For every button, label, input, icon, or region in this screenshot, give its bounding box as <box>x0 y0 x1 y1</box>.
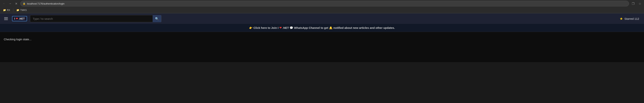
address-bar[interactable]: 🔒 localhost:7176/authentication/login <box>20 1 629 7</box>
close-icon: ✕ <box>15 2 18 6</box>
bookmark-item-rx[interactable]: 📁 RX <box>2 8 12 12</box>
notification-pointer-icon: 👉 <box>249 26 253 29</box>
starred-label: Starred 112 <box>624 17 639 20</box>
hamburger-line-3 <box>4 20 8 20</box>
bookmark-item-twks[interactable]: 📁 TWKS <box>15 8 28 12</box>
app-header: I ❤ .NET 🔍 ★ Starred 112 <box>0 13 644 24</box>
search-button[interactable]: 🔍 <box>152 15 161 22</box>
main-content: Checking login state... <box>0 32 644 62</box>
notification-brand: .NET <box>282 26 289 29</box>
back-icon: ← <box>3 2 6 5</box>
browser-actions: ❐ ☆ <box>630 1 642 6</box>
forward-icon: → <box>9 2 12 5</box>
logo-heart-icon: ❤ <box>16 17 18 20</box>
restore-icon: ❐ <box>632 2 634 6</box>
search-container: 🔍 <box>30 15 162 22</box>
bookmark-label-rx: RX <box>7 9 10 12</box>
starred-button[interactable]: ★ Starred 112 <box>618 15 641 22</box>
notification-text-before: Click here to Join I <box>254 26 278 29</box>
restore-button[interactable]: ❐ <box>630 1 636 6</box>
status-text: Checking login state... <box>4 38 640 41</box>
search-icon: 🔍 <box>155 17 159 21</box>
address-bar-area: 🔒 localhost:7176/authentication/login <box>20 1 629 7</box>
logo-suffix: .NET <box>19 17 25 20</box>
logo-badge[interactable]: I ❤ .NET <box>12 16 27 21</box>
folder-icon-2: 📁 <box>16 9 19 12</box>
logo-prefix: I <box>14 17 15 20</box>
tab-bar: ← → ✕ 🔒 localhost:7176/authentication/lo… <box>0 0 644 7</box>
star-page-button[interactable]: ☆ <box>637 1 642 6</box>
back-button[interactable]: ← <box>2 1 7 6</box>
notification-channel: WhatsApp Channel to get <box>294 26 328 29</box>
folder-icon: 📁 <box>3 9 6 12</box>
bookmarks-bar: 📁 RX 📁 TWKS <box>0 7 644 13</box>
notification-heart: ❤ <box>279 26 282 29</box>
notification-banner[interactable]: 👉 Click here to Join I ❤ .NET 💬 WhatsApp… <box>0 24 644 32</box>
hamburger-line-2 <box>4 19 8 19</box>
nav-buttons: ← → ✕ <box>2 1 19 6</box>
forward-button[interactable]: → <box>8 1 13 6</box>
star-page-icon: ☆ <box>638 2 641 6</box>
browser-chrome: ← → ✕ 🔒 localhost:7176/authentication/lo… <box>0 0 644 13</box>
security-icon: 🔒 <box>23 2 26 5</box>
search-input[interactable] <box>30 17 152 20</box>
notification-whatsapp-icon: 💬 <box>290 26 293 29</box>
close-button[interactable]: ✕ <box>14 1 19 6</box>
notification-text-after: notified about new articles and other up… <box>333 26 395 29</box>
bookmark-label-twks: TWKS <box>20 9 27 12</box>
notification-bell-icon: 🔔 <box>329 26 332 29</box>
hamburger-menu-button[interactable] <box>3 16 9 21</box>
hamburger-line-1 <box>4 17 8 18</box>
url-text: localhost:7176/authentication/login <box>27 2 64 5</box>
starred-star-icon: ★ <box>620 16 623 21</box>
